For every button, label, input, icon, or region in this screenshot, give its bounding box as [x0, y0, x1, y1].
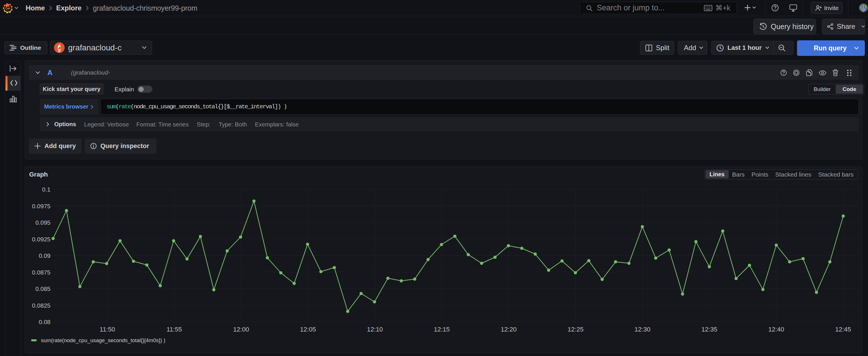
svg-text:12:35: 12:35	[702, 326, 717, 333]
svg-text:0.085: 0.085	[35, 285, 51, 292]
svg-text:0.0925: 0.0925	[32, 236, 51, 243]
svg-text:11:50: 11:50	[99, 326, 115, 333]
svg-text:0.1: 0.1	[42, 186, 51, 193]
svg-text:12:45: 12:45	[835, 326, 851, 333]
svg-text:12:20: 12:20	[501, 326, 517, 333]
svg-text:12:25: 12:25	[568, 326, 584, 333]
svg-text:11:55: 11:55	[166, 326, 182, 333]
svg-text:0.0975: 0.0975	[32, 203, 51, 209]
svg-text:0.0825: 0.0825	[32, 302, 51, 309]
svg-text:0.095: 0.095	[35, 219, 51, 226]
svg-text:12:40: 12:40	[768, 326, 784, 333]
svg-text:0.09: 0.09	[39, 252, 51, 259]
svg-text:12:10: 12:10	[367, 326, 383, 333]
svg-text:12:30: 12:30	[634, 326, 650, 333]
svg-text:12:15: 12:15	[434, 326, 450, 333]
svg-text:0.08: 0.08	[39, 319, 51, 325]
svg-text:12:00: 12:00	[233, 326, 249, 333]
svg-text:12:05: 12:05	[300, 326, 316, 333]
svg-text:0.0875: 0.0875	[32, 269, 51, 276]
